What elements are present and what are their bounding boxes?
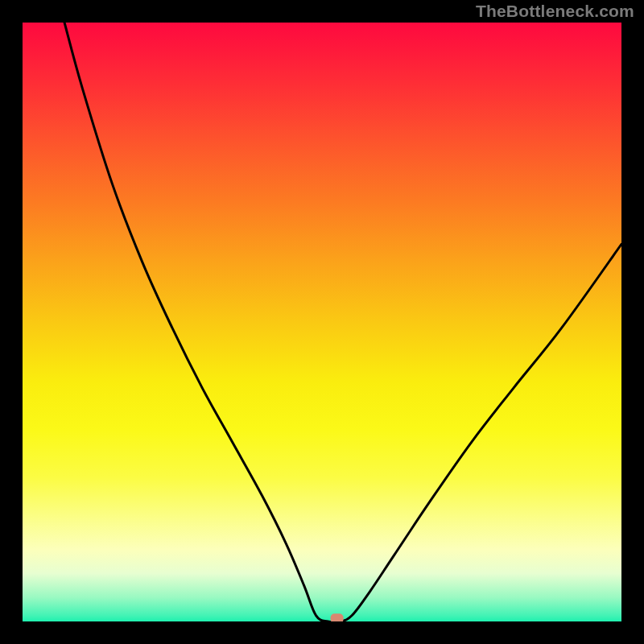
bottleneck-curve [64, 23, 621, 621]
optimal-point-marker [331, 613, 344, 621]
watermark-text: TheBottleneck.com [476, 2, 634, 21]
curve-layer [23, 23, 621, 621]
plot-area [23, 23, 621, 621]
chart-container: TheBottleneck.com [0, 0, 644, 644]
